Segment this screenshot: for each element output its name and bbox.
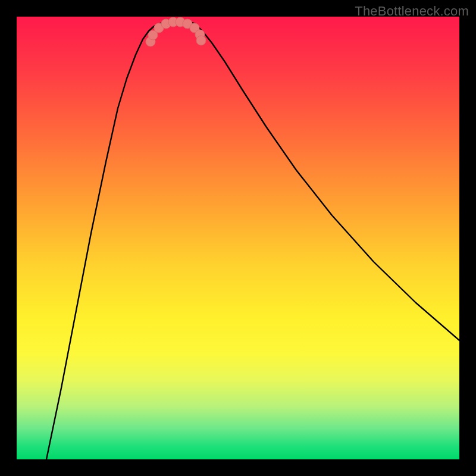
valley-marker [196,36,206,45]
watermark-text: TheBottleneck.com [355,4,469,19]
bottleneck-curve [46,20,459,459]
plot-area [17,17,459,459]
valley-markers-group [146,17,206,46]
chart-svg [17,17,459,459]
outer-frame: TheBottleneck.com [0,0,476,476]
